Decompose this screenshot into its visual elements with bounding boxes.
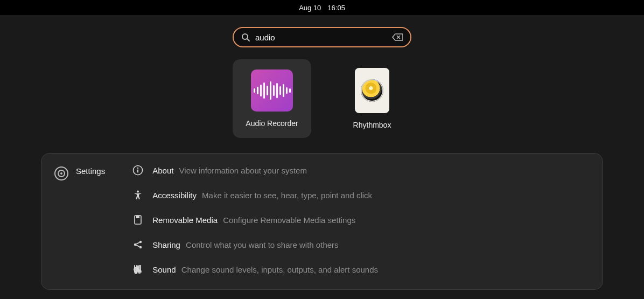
audio-recorder-icon xyxy=(251,69,293,112)
top-bar[interactable]: Aug 10 16:05 xyxy=(0,0,644,15)
removable-media-icon xyxy=(132,214,144,226)
settings-item-desc: Make it easier to see, hear, type, point… xyxy=(202,191,372,200)
sharing-icon xyxy=(132,239,144,251)
settings-item-desc: Control what you want to share with othe… xyxy=(186,240,338,249)
clear-search-icon[interactable] xyxy=(392,33,403,41)
svg-line-1 xyxy=(247,39,249,41)
settings-item-sharing[interactable]: Sharing Control what you want to share w… xyxy=(132,239,590,251)
svg-line-14 xyxy=(136,245,139,247)
search-entry[interactable] xyxy=(233,27,411,47)
settings-item-name: Sharing xyxy=(152,240,180,249)
settings-item-desc: Configure Removable Media settings xyxy=(223,215,355,225)
date-label: Aug 10 xyxy=(299,4,321,12)
svg-point-7 xyxy=(137,191,139,193)
app-label: Rhythmbox xyxy=(353,121,391,129)
settings-item-removable-media[interactable]: Removable Media Configure Removable Medi… xyxy=(132,214,590,226)
app-label: Audio Recorder xyxy=(246,119,298,128)
activities-overview: Audio Recorder Rhythmbox Settings About xyxy=(0,15,644,290)
app-results: Audio Recorder Rhythmbox xyxy=(233,59,411,138)
svg-point-12 xyxy=(139,246,142,248)
svg-line-13 xyxy=(136,242,139,244)
rhythmbox-icon xyxy=(355,68,389,113)
settings-provider-header[interactable]: Settings xyxy=(54,164,105,275)
settings-search-results: Settings About View information about yo… xyxy=(41,153,603,290)
time-label: 16:05 xyxy=(327,4,345,12)
search-icon xyxy=(241,33,250,41)
settings-item-about[interactable]: About View information about your system xyxy=(132,164,590,176)
settings-item-name: Sound xyxy=(152,265,176,274)
settings-item-name: Accessibility xyxy=(152,191,197,200)
app-rhythmbox[interactable]: Rhythmbox xyxy=(333,59,411,138)
sound-icon xyxy=(132,263,144,275)
svg-point-5 xyxy=(137,168,138,169)
app-audio-recorder[interactable]: Audio Recorder xyxy=(233,59,311,138)
svg-rect-6 xyxy=(137,170,138,173)
settings-results-list: About View information about your system… xyxy=(132,164,590,275)
svg-rect-9 xyxy=(136,215,139,218)
svg-point-11 xyxy=(139,241,142,243)
accessibility-icon xyxy=(132,189,144,201)
settings-item-desc: View information about your system xyxy=(179,166,307,175)
settings-item-name: About xyxy=(152,166,173,175)
settings-item-accessibility[interactable]: Accessibility Make it easier to see, hea… xyxy=(132,189,590,201)
svg-point-10 xyxy=(134,244,136,246)
settings-item-sound[interactable]: Sound Change sound levels, inputs, outpu… xyxy=(132,263,590,275)
info-icon xyxy=(132,164,144,176)
settings-gear-icon xyxy=(54,166,68,180)
settings-item-name: Removable Media xyxy=(152,215,218,225)
settings-item-desc: Change sound levels, inputs, outputs, an… xyxy=(181,265,378,274)
settings-provider-label: Settings xyxy=(76,166,105,176)
search-input[interactable] xyxy=(255,33,387,42)
